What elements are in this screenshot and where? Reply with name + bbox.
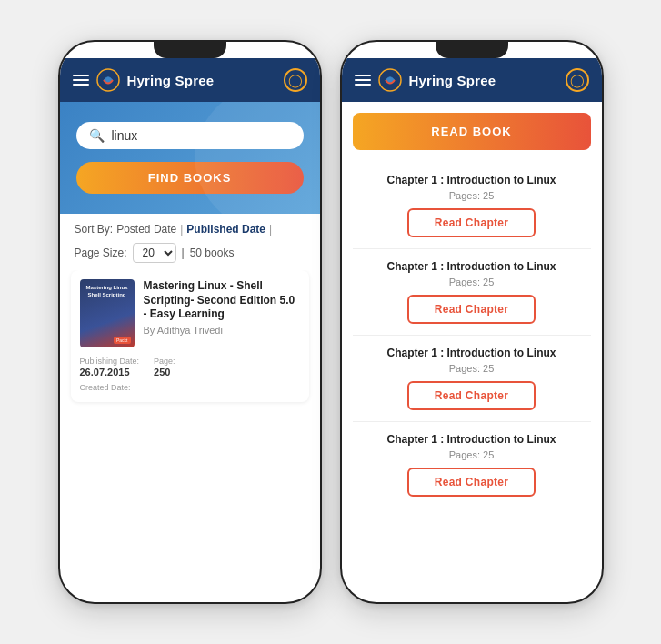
- logo-icon-2: [378, 68, 402, 92]
- read-chapter-button[interactable]: Read Chapter: [407, 208, 536, 237]
- page-size-section: Page Size: 10 20 50 | 50 books: [60, 239, 320, 270]
- page-item: Page: 250: [154, 357, 175, 377]
- sort-published-date[interactable]: Published Date: [186, 223, 265, 236]
- chapter-title: Chapter 1 : Introduction to Linux: [387, 433, 556, 446]
- chapter-item: Chapter 1 : Introduction to Linux Pages:…: [353, 163, 591, 249]
- chapter-pages: Pages: 25: [449, 449, 495, 460]
- chapter-pages: Pages: 25: [449, 277, 495, 287]
- sort-section: Sort By: Posted Date | Published Date |: [60, 214, 320, 239]
- book-meta: Publishing Date: 26.07.2015 Page: 250: [80, 357, 300, 377]
- created-date-label: Created Date:: [80, 383, 300, 392]
- chapter-item: Chapter 1 : Introduction to Linux Pages:…: [353, 336, 591, 422]
- page-value: 250: [154, 367, 175, 377]
- book-list: Mastering Linux Shell Scripting Packt Ma…: [60, 270, 320, 602]
- logo-icon: [96, 68, 120, 92]
- app-title-2: Hyring Spree: [409, 73, 558, 88]
- sort-label: Sort By:: [75, 223, 114, 236]
- book-cover-title: Mastering Linux Shell Scripting: [84, 285, 131, 299]
- hamburger-menu-icon[interactable]: [73, 75, 89, 86]
- chapter-title: Chapter 1 : Introduction to Linux: [387, 260, 556, 273]
- search-input[interactable]: [112, 128, 291, 143]
- read-book-button[interactable]: READ BOOK: [353, 113, 591, 150]
- read-chapter-button[interactable]: Read Chapter: [407, 295, 536, 324]
- hero-section: 🔍 FIND BOOKS: [60, 102, 320, 214]
- book-info: Mastering Linux - Shell Scripting- Secon…: [144, 279, 300, 336]
- publishing-date-label: Publishing Date:: [80, 357, 140, 366]
- publishing-date-value: 26.07.2015: [80, 367, 140, 377]
- phones-container: Hyring Spree ◯ 🔍 FIND BOOKS Sort By: Pos…: [58, 40, 604, 604]
- sort-divider-1: |: [180, 223, 183, 236]
- user-profile-icon[interactable]: ◯: [284, 68, 307, 92]
- app-header-2: Hyring Spree ◯: [342, 58, 602, 102]
- phone-notch: [154, 42, 226, 58]
- chapter-title: Chapter 1 : Introduction to Linux: [387, 347, 556, 359]
- phone-notch-2: [436, 42, 508, 58]
- sort-posted-date[interactable]: Posted Date: [116, 223, 176, 236]
- phone-chapters: Hyring Spree ◯ READ BOOK Chapter 1 : Int…: [340, 40, 604, 604]
- chapter-title: Chapter 1 : Introduction to Linux: [387, 174, 556, 186]
- chapters-list: Chapter 1 : Introduction to Linux Pages:…: [353, 163, 591, 508]
- hamburger-menu-icon-2[interactable]: [355, 75, 371, 86]
- sort-divider-2: |: [269, 223, 272, 236]
- app-title: Hyring Spree: [127, 73, 276, 88]
- read-chapter-button[interactable]: Read Chapter: [407, 381, 536, 410]
- book-title: Mastering Linux - Shell Scripting- Secon…: [144, 279, 300, 322]
- book-cover: Mastering Linux Shell Scripting Packt: [80, 279, 135, 347]
- find-books-button[interactable]: FIND BOOKS: [76, 162, 304, 194]
- book-card: Mastering Linux Shell Scripting Packt Ma…: [71, 270, 309, 402]
- search-bar: 🔍: [76, 122, 304, 149]
- app-header: Hyring Spree ◯: [60, 58, 320, 102]
- chapter-item: Chapter 1 : Introduction to Linux Pages:…: [353, 422, 591, 508]
- page-label: Page:: [154, 357, 175, 366]
- publishing-date-item: Publishing Date: 26.07.2015: [80, 357, 140, 377]
- page-size-label: Page Size:: [75, 247, 127, 259]
- user-profile-icon-2[interactable]: ◯: [566, 68, 589, 92]
- book-author: By Adithya Trivedi: [144, 325, 300, 336]
- chapter-item: Chapter 1 : Introduction to Linux Pages:…: [353, 249, 591, 336]
- search-icon: 🔍: [89, 128, 105, 143]
- page-size-divider: |: [182, 247, 185, 259]
- page-size-select[interactable]: 10 20 50: [133, 243, 176, 263]
- book-cover-badge: Packt: [114, 337, 131, 344]
- phone-search: Hyring Spree ◯ 🔍 FIND BOOKS Sort By: Pos…: [58, 40, 322, 604]
- chapter-pages: Pages: 25: [449, 363, 495, 374]
- read-chapter-button[interactable]: Read Chapter: [407, 468, 536, 497]
- book-card-top: Mastering Linux Shell Scripting Packt Ma…: [80, 279, 300, 347]
- books-count: 50 books: [190, 247, 235, 259]
- chapters-content: READ BOOK Chapter 1 : Introduction to Li…: [342, 102, 602, 602]
- phone1-content: Hyring Spree ◯ 🔍 FIND BOOKS Sort By: Pos…: [60, 58, 320, 602]
- phone2-content: Hyring Spree ◯ READ BOOK Chapter 1 : Int…: [342, 58, 602, 602]
- chapter-pages: Pages: 25: [449, 190, 495, 201]
